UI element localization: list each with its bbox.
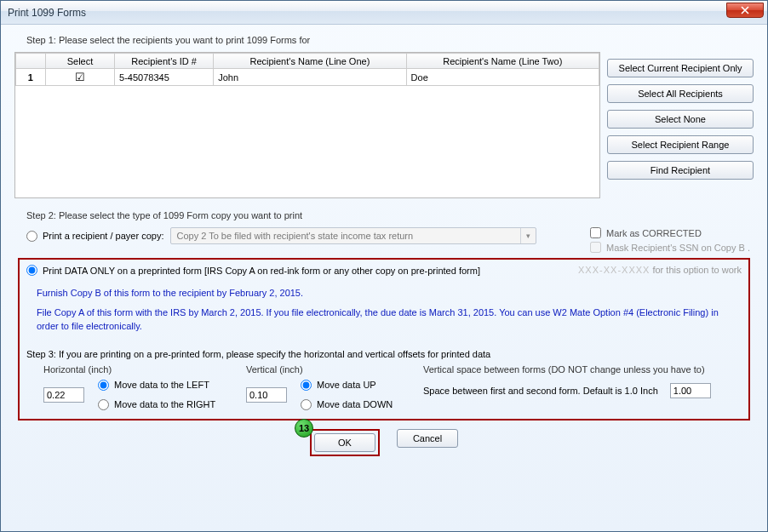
- move-right-radio[interactable]: [98, 399, 109, 410]
- offset-row: Horizontal (inch) Move data to the LEFT: [43, 364, 735, 410]
- recipient-table: Select Recipient's ID # Recipient's Name…: [15, 53, 599, 86]
- file-note: File Copy A of this form with the IRS by…: [37, 306, 742, 334]
- client-area: Step 1: Please select the recipients you…: [1, 25, 767, 463]
- step2-label: Step 2: Please select the type of 1099 F…: [26, 210, 754, 220]
- select-all-button[interactable]: Select All Recipients: [607, 84, 754, 103]
- print-preprinted-label: Print DATA ONLY on a preprinted form [IR…: [43, 266, 480, 276]
- x-pattern: XXX-XX-XXXX: [578, 265, 650, 275]
- checkmark-icon: ☑: [50, 71, 110, 83]
- dialog-window: Print 1099 Forms Step 1: Please select t…: [0, 0, 768, 532]
- col-header-select[interactable]: Select: [45, 54, 114, 69]
- col-header-id[interactable]: Recipient's ID #: [115, 54, 214, 69]
- find-recipient-button[interactable]: Find Recipient: [607, 161, 754, 180]
- col-header-index[interactable]: [16, 54, 46, 69]
- print-recipient-label: Print a recipient / payer copy:: [43, 231, 163, 241]
- vertical-input[interactable]: [246, 387, 287, 403]
- vspace-legend: Vertical space between forms (DO NOT cha…: [423, 364, 735, 375]
- row-select-cell[interactable]: ☑: [45, 69, 114, 86]
- highlight-box: Print DATA ONLY on a preprinted form [IR…: [18, 258, 750, 420]
- move-left-radio[interactable]: [98, 380, 109, 391]
- horizontal-legend: Horizontal (inch): [43, 364, 231, 375]
- copy-type-combo[interactable]: Copy 2 To be filed with recipient's stat…: [170, 227, 536, 244]
- mark-corrected-check[interactable]: Mark as CORRECTED: [590, 227, 750, 238]
- move-right-row[interactable]: Move data to the RIGHT: [98, 399, 215, 410]
- window-title: Print 1099 Forms: [8, 7, 86, 19]
- row-name2: Doe: [406, 69, 599, 86]
- vspace-fieldset: Vertical space between forms (DO NOT cha…: [423, 364, 735, 410]
- ok-button[interactable]: OK: [314, 433, 375, 452]
- move-up-label: Move data UP: [317, 380, 376, 390]
- ok-highlight: 13 OK: [310, 429, 380, 456]
- preprinted-radio-row[interactable]: Print DATA ONLY on a preprinted form [IR…: [26, 265, 568, 276]
- vspace-text: Space between first and second form. Def…: [423, 386, 658, 396]
- move-down-label: Move data DOWN: [317, 399, 393, 409]
- step2-row: Print a recipient / payer copy: Copy 2 T…: [14, 227, 754, 253]
- select-none-button[interactable]: Select None: [607, 110, 754, 129]
- move-left-label: Move data to the LEFT: [114, 380, 209, 390]
- row-id: 5-45078345: [115, 69, 214, 86]
- step1-row: Select Recipient's ID # Recipient's Name…: [14, 52, 754, 198]
- vertical-legend: Vertical (inch): [246, 364, 408, 375]
- step3-label: Step 3: If you are printing on a pre-pri…: [26, 349, 742, 359]
- select-current-button[interactable]: Select Current Recipient Only: [607, 59, 754, 77]
- vertical-fieldset: Vertical (inch) Move data UP Mov: [246, 364, 408, 410]
- table-row[interactable]: 1 ☑ 5-45078345 John Doe: [16, 69, 599, 86]
- combo-value: Copy 2 To be filed with recipient's stat…: [176, 231, 413, 241]
- close-icon: [741, 6, 749, 14]
- horizontal-input[interactable]: [43, 387, 84, 403]
- mark-corrected-checkbox[interactable]: [590, 227, 601, 238]
- titlebar: Print 1099 Forms: [1, 1, 767, 25]
- print-recipient-radio[interactable]: [26, 231, 37, 242]
- recipient-table-wrap[interactable]: Select Recipient's ID # Recipient's Name…: [14, 52, 600, 198]
- cancel-button[interactable]: Cancel: [397, 429, 458, 448]
- row-index: 1: [16, 69, 46, 86]
- step2-right: Mark as CORRECTED Mask Recipient's SSN o…: [590, 227, 754, 253]
- col-header-name2[interactable]: Recipient's Name (Line Two): [406, 54, 599, 69]
- preprint-note-suffix: for this option to work: [650, 265, 742, 275]
- move-up-radio[interactable]: [301, 380, 312, 391]
- row-name1: John: [214, 69, 406, 86]
- annotation-badge: 13: [295, 419, 313, 438]
- print-recipient-radio-row[interactable]: Print a recipient / payer copy:: [26, 231, 163, 242]
- step3-group: Step 3: If you are printing on a pre-pri…: [26, 349, 742, 410]
- step1-buttons: Select Current Recipient Only Select All…: [607, 52, 754, 180]
- move-up-row[interactable]: Move data UP: [301, 380, 393, 391]
- col-header-name1[interactable]: Recipient's Name (Line One): [214, 54, 406, 69]
- move-down-row[interactable]: Move data DOWN: [301, 399, 393, 410]
- step1-label: Step 1: Please select the recipients you…: [26, 35, 754, 45]
- step2-left: Print a recipient / payer copy: Copy 2 T…: [26, 227, 536, 244]
- preprinted-row: Print DATA ONLY on a preprinted form [IR…: [26, 265, 742, 276]
- vspace-input[interactable]: [670, 383, 711, 398]
- mask-ssn-check[interactable]: Mask Recipient's SSN on Copy B .: [590, 242, 750, 253]
- close-button[interactable]: [726, 3, 764, 18]
- furnish-note: Furnish Copy B of this form to the recip…: [37, 286, 742, 300]
- chevron-down-icon: ▾: [520, 228, 536, 243]
- move-right-label: Move data to the RIGHT: [114, 399, 215, 409]
- mask-ssn-checkbox: [590, 242, 601, 253]
- mask-ssn-label: Mask Recipient's SSN on Copy B .: [606, 243, 750, 253]
- move-down-radio[interactable]: [301, 399, 312, 410]
- select-range-button[interactable]: Select Recipient Range: [607, 135, 754, 154]
- move-left-row[interactable]: Move data to the LEFT: [98, 380, 215, 391]
- horizontal-fieldset: Horizontal (inch) Move data to the LEFT: [43, 364, 231, 410]
- mark-corrected-label: Mark as CORRECTED: [606, 228, 702, 238]
- bottom-buttons: 13 OK Cancel: [14, 429, 754, 456]
- preprint-note: XXX-XX-XXXX for this option to work: [578, 265, 742, 275]
- print-preprinted-radio[interactable]: [26, 265, 37, 276]
